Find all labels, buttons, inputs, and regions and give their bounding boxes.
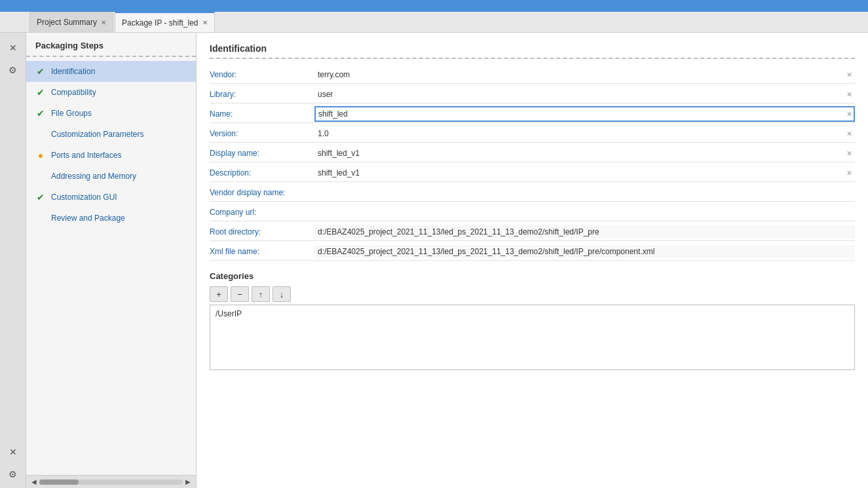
form-panel: Identification Vendor: ✕ Library: ✕ <box>197 33 868 488</box>
input-display-name[interactable] <box>314 147 855 160</box>
step-label-identification: Identification <box>51 67 95 76</box>
field-vendor-display <box>314 186 855 199</box>
label-company-url: Company url: <box>210 205 314 219</box>
tab-label-package-ip: Package IP - shift_led <box>122 18 198 28</box>
form-row-library: Library: ✕ <box>210 85 855 103</box>
field-version: ✕ <box>314 127 855 140</box>
categories-add-btn[interactable]: + <box>210 286 228 302</box>
step-compatibility[interactable]: ✔ Compatibility <box>26 82 196 103</box>
clear-vendor-btn[interactable]: ✕ <box>846 70 852 79</box>
clear-description-btn[interactable]: ✕ <box>846 168 852 177</box>
steps-panel: Packaging Steps ✔ Identification ✔ Compa… <box>26 33 197 488</box>
field-description: ✕ <box>314 166 855 179</box>
step-file-groups[interactable]: ✔ File Groups <box>26 103 196 124</box>
step-icon-file-groups: ✔ <box>35 108 46 119</box>
clear-library-btn[interactable]: ✕ <box>846 90 852 98</box>
tab-project-summary[interactable]: Project Summary ✕ <box>29 12 113 32</box>
steps-scrollbar: ◀ ▶ <box>26 475 196 488</box>
clear-name-btn[interactable]: ✕ <box>846 109 852 118</box>
label-display-name: Display name: <box>210 146 314 160</box>
step-label-addressing-memory: Addressing and Memory <box>51 172 136 181</box>
step-icon-review-package <box>35 213 46 223</box>
identification-title: Identification <box>210 43 855 59</box>
input-xml-file[interactable] <box>314 245 855 258</box>
input-name[interactable] <box>314 106 855 122</box>
app-container: Project Summary ✕ Package IP - shift_led… <box>0 0 868 488</box>
step-label-review-package: Review and Package <box>51 214 125 223</box>
sidebar-close-icon[interactable]: ✕ <box>5 39 22 56</box>
scroll-thumb[interactable] <box>39 479 79 485</box>
input-library[interactable] <box>314 88 855 101</box>
tab-close-package-ip[interactable]: ✕ <box>202 19 208 26</box>
scroll-right-arrow[interactable]: ▶ <box>183 477 193 487</box>
step-label-customization-params: Customization Parameters <box>51 130 143 139</box>
sidebar-close2-icon[interactable]: ✕ <box>5 443 22 460</box>
tab-close-project-summary[interactable]: ✕ <box>101 19 106 26</box>
form-row-vendor: Vendor: ✕ <box>210 66 855 84</box>
label-root-directory: Root directory: <box>210 225 314 239</box>
categories-up-btn[interactable]: ↑ <box>252 286 270 302</box>
input-vendor-display[interactable] <box>314 186 855 199</box>
field-library: ✕ <box>314 88 855 101</box>
field-vendor: ✕ <box>314 68 855 81</box>
form-row-company-url: Company url: <box>210 203 855 221</box>
step-icon-compatibility: ✔ <box>35 87 46 98</box>
label-library: Library: <box>210 87 314 102</box>
step-label-compatibility: Compatibility <box>51 88 96 97</box>
categories-section: Categories + − ↑ ↓ /UserIP <box>210 271 855 370</box>
steps-header: Packaging Steps <box>26 33 196 57</box>
clear-display-name-btn[interactable]: ✕ <box>846 149 852 157</box>
step-ports-interfaces[interactable]: ● Ports and Interfaces <box>26 145 196 166</box>
input-company-url[interactable] <box>314 206 855 219</box>
step-label-ports-interfaces: Ports and Interfaces <box>51 151 121 160</box>
form-row-version: Version: ✕ <box>210 124 855 143</box>
step-icon-identification: ✔ <box>35 66 46 77</box>
input-vendor[interactable] <box>314 68 855 81</box>
tab-package-ip[interactable]: Package IP - shift_led ✕ <box>115 12 215 32</box>
step-customization-params[interactable]: Customization Parameters <box>26 124 196 145</box>
step-customization-gui[interactable]: ✔ Customization GUI <box>26 187 196 208</box>
step-label-file-groups: File Groups <box>51 109 92 118</box>
categories-title: Categories <box>210 271 855 281</box>
step-review-package[interactable]: Review and Package <box>26 208 196 229</box>
categories-list: /UserIP <box>210 305 855 370</box>
clear-version-btn[interactable]: ✕ <box>846 129 852 138</box>
sidebar-gear2-icon[interactable]: ⚙ <box>5 466 22 483</box>
label-vendor: Vendor: <box>210 67 314 82</box>
form-row-name: Name: ✕ <box>210 105 855 123</box>
top-bar <box>0 0 868 12</box>
field-xml-file <box>314 245 855 258</box>
categories-down-btn[interactable]: ↓ <box>273 286 291 302</box>
content-area: Packaging Steps ✔ Identification ✔ Compa… <box>26 33 868 488</box>
step-label-customization-gui: Customization GUI <box>51 193 117 202</box>
sidebar-gear-icon[interactable]: ⚙ <box>5 62 22 79</box>
input-description[interactable] <box>314 166 855 179</box>
input-root-directory[interactable] <box>314 225 855 238</box>
step-addressing-memory[interactable]: Addressing and Memory <box>26 166 196 187</box>
form-row-vendor-display: Vendor display name: <box>210 183 855 202</box>
field-display-name: ✕ <box>314 147 855 160</box>
categories-toolbar: + − ↑ ↓ <box>210 286 855 302</box>
scroll-left-arrow[interactable]: ◀ <box>29 477 39 487</box>
label-xml-file: Xml file name: <box>210 244 314 259</box>
step-icon-customization-params <box>35 129 46 140</box>
main-layout: ✕ ⚙ ✕ ⚙ Packaging Steps ✔ Identification <box>0 33 868 488</box>
field-root-directory <box>314 225 855 238</box>
step-icon-addressing-memory <box>35 171 46 181</box>
icon-sidebar: ✕ ⚙ ✕ ⚙ <box>0 33 26 488</box>
label-description: Description: <box>210 166 314 180</box>
step-identification[interactable]: ✔ Identification <box>26 61 196 82</box>
form-row-description: Description: ✕ <box>210 164 855 182</box>
categories-remove-btn[interactable]: − <box>231 286 249 302</box>
form-row-display-name: Display name: ✕ <box>210 144 855 162</box>
step-icon-ports-interfaces: ● <box>35 150 46 160</box>
form-row-root-directory: Root directory: <box>210 223 855 241</box>
label-vendor-display: Vendor display name: <box>210 185 314 200</box>
form-row-xml-file: Xml file name: <box>210 242 855 261</box>
tab-bar: Project Summary ✕ Package IP - shift_led… <box>0 12 868 33</box>
label-name: Name: <box>210 107 314 121</box>
label-version: Version: <box>210 126 314 141</box>
step-icon-customization-gui: ✔ <box>35 192 46 202</box>
input-version[interactable] <box>314 127 855 140</box>
category-item[interactable]: /UserIP <box>213 308 852 320</box>
